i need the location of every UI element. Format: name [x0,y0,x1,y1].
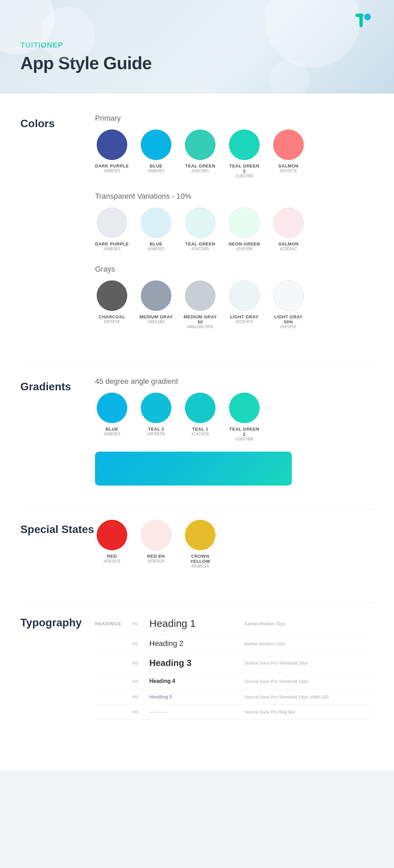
color-circle-red-8 [141,520,171,550]
color-t-dark-purple: DARK PURPLE #08B3E5 [95,208,129,251]
gradients-subtitle: 45 degree angle gradient [95,377,374,386]
color-circle-medium-gray-50 [185,280,215,311]
color-name-neon-green: NEON GREEN [229,241,260,246]
gradient-name-blue: BLUE [106,427,118,432]
primary-title: Primary [95,114,374,123]
gradient-circle-teal2 [141,393,171,423]
typo-row-h4: H4 Heading 4 Source Sans Pro Semibold 16… [95,673,374,689]
color-hex-t-blue: #08B3E5 [148,246,164,251]
transparent-colors-block: Transparent Variations - 10% DARK PURPLE… [95,192,374,251]
color-circle-t-salmon [273,208,304,238]
color-red-8: RED 8% #EB2626 [139,520,173,569]
typo-sample-h1: Heading 1 [149,618,244,629]
colors-section: Colors Primary DARK PURPLE #08B3E5 BLUE … [20,114,374,343]
typo-sample-h3: Heading 3 [149,658,244,668]
color-circle-t-teal-green [185,208,215,238]
typography-section: Typography HEADINGS H1 Heading 1 Barlow … [20,613,374,719]
grays-block: Grays CHARCOAL #5F5F5F MEDIUM GRAY #98A1… [95,265,374,329]
color-hex-blue: #08B3E5 [148,169,164,173]
deco-circle-4 [268,60,309,100]
divider-2 [20,509,374,510]
color-name-salmon: SALMON [278,163,298,169]
color-name-t-salmon: SALMON [278,241,298,246]
color-name-red: RED [107,554,117,559]
color-hex-teal-green: #34CDB5 [191,169,209,173]
gradient-hex-teal1: #14C9CB [191,432,209,436]
headings-label: HEADINGS [95,621,132,626]
color-circle-charcoal [97,280,127,311]
color-name-teal-green: TEAL GREEN [185,163,215,169]
svg-point-0 [364,14,371,20]
svg-rect-2 [355,14,363,17]
color-circle-medium-gray [141,280,171,311]
color-circle-teal-green [185,130,215,160]
color-name-light-gray-50: LIGHT GRAY 50% [271,314,305,324]
gradient-blue: BLUE #08B3E5 [95,393,129,441]
color-salmon: SALMON #FD7E7E [271,130,305,178]
gradients-section: Gradients 45 degree angle gradient BLUE … [20,377,374,486]
color-hex-t-salmon: #22E4AC [280,246,297,251]
color-circle-dark-purple [97,130,127,160]
color-hex-t-teal-green: #34CDB5 [191,246,209,251]
main-content: Colors Primary DARK PURPLE #08B3E5 BLUE … [0,94,394,770]
color-hex-teal-green-2: #1BD7BB [236,174,254,178]
color-name-crown-yellow: CROWN YELLOW [183,554,217,564]
color-charcoal: CHARCOAL #5F5F5F [95,280,129,329]
color-name-t-blue: BLUE [150,241,162,246]
color-name-medium-gray-50: MEDIUM GRAY 50 [183,314,217,324]
typo-row-h5: H5 Heading 5 Source Sans Pro Semibold 14… [95,689,374,705]
color-hex-medium-gray: #98A1B0 [148,319,164,324]
color-name-dark-purple: DARK PURPLE [95,163,129,169]
primary-colors-block: Primary DARK PURPLE #08B3E5 BLUE #08B3E5 [95,114,374,178]
gradient-teal-green2: TEAL GREEN 2 #1BD7BB [227,393,261,441]
color-name-t-dark-purple: DARK PURPLE [95,241,129,246]
gradient-hex-teal2: #0FBED8 [147,432,165,436]
typo-desc-h2: Barlow Medium 22px [244,641,374,646]
color-teal-green: TEAL GREEN #34CDB5 [183,130,217,178]
color-medium-gray-50: MEDIUM GRAY 50 #98A1B0 50% [183,280,217,329]
gradients-label: Gradients [20,377,95,393]
gradients-body: 45 degree angle gradient BLUE #08B3E5 TE… [95,377,374,486]
typo-level-h3: H3 [132,660,149,666]
color-hex-neon-green: #2AF598 [236,246,253,251]
color-circle-red [97,520,127,550]
typography-body: HEADINGS H1 Heading 1 Barlow Medium 30px… [95,613,374,719]
gradient-name-teal-green2: TEAL GREEN 2 [227,427,261,437]
color-hex-salmon: #FD7E7E [280,169,297,173]
typo-row-h2: H2 Heading 2 Barlow Medium 22px [95,634,374,653]
color-hex-medium-gray-50: #98A1B0 50% [187,324,213,329]
typo-desc-h5: Source Sans Pro Semibold 14px, #98A1B0 [244,694,374,699]
color-teal-green-2: TEAL GREEN 2 #1BD7BB [227,130,261,178]
color-name-charcoal: CHARCOAL [99,314,125,319]
color-name-light-gray: LIGHT GRAY [230,314,259,319]
color-hex-red-8: #EB2626 [148,559,164,564]
color-name-t-teal-green: TEAL GREEN [185,241,215,246]
color-circle-t-blue [141,208,171,238]
color-name-medium-gray: MEDIUM GRAY [139,314,173,319]
colors-label: Colors [20,114,95,130]
color-circle-light-gray [229,280,260,311]
typo-row-h6: H6 —————— Source Sans Pro Reg 8px [95,705,374,719]
color-light-gray: LIGHT GRAY #EDF4F5 [227,280,261,329]
special-states-row: RED #EB2626 RED 8% #EB2626 CROWN YELLOW … [95,520,374,569]
typography-table: HEADINGS H1 Heading 1 Barlow Medium 30px… [95,613,374,719]
special-states-label: Special States [20,520,95,536]
color-circle-crown-yellow [185,520,215,550]
color-circle-t-dark-purple [97,208,127,238]
color-name-teal-green-2: TEAL GREEN 2 [227,163,261,174]
color-crown-yellow: CROWN YELLOW #E6BC2A [183,520,217,569]
typography-label: Typography [20,613,95,629]
gradient-name-teal2: TEAL 2 [148,427,164,432]
grays-title: Grays [95,265,374,274]
color-light-gray-50: LIGHT GRAY 50% #5F5F5F [271,280,305,329]
typo-desc-h6: Source Sans Pro Reg 8px [244,709,374,714]
typo-level-h4: H4 [132,679,149,684]
gradient-circle-blue [97,393,127,423]
header: TUITIONEP App Style Guide [0,0,394,94]
gradient-hex-teal-green2: #1BD7BB [236,437,254,441]
color-hex-light-gray: #EDF4F5 [236,319,253,324]
typo-sample-h2: Heading 2 [149,639,244,648]
color-hex-crown-yellow: #E6BC2A [191,564,209,569]
color-neon-green: NEON GREEN #2AF598 [227,208,261,251]
color-blue: BLUE #08B3E5 [139,130,173,178]
